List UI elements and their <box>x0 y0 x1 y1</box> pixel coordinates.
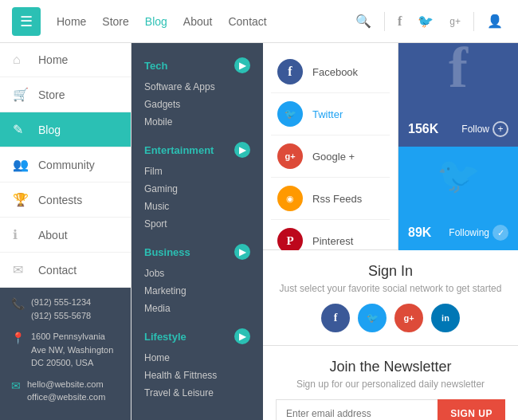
googleplus-icon[interactable]: g+ <box>446 13 464 30</box>
nav-icons: 🔍 f 🐦 g+ 👤 <box>352 10 506 32</box>
fb-counter-bottom: 156K Follow + <box>408 121 508 137</box>
tw-following[interactable]: Following ✓ <box>449 225 508 241</box>
main-layout: ⌂ Home 🛒 Store ✎ Blog 👥 Community 🏆 Cont… <box>0 43 518 420</box>
social-twitter[interactable]: 🐦 Twitter <box>271 93 390 135</box>
fb-count: 156K <box>408 122 438 136</box>
fb-follow-circle: + <box>492 121 508 137</box>
fb-name: Facebook <box>312 66 358 78</box>
tw-circle: 🐦 <box>277 101 303 127</box>
dropdown-tech: Tech ▶ Software & Apps Gadgets Mobile <box>131 49 263 131</box>
signin-linkedin[interactable]: in <box>431 304 460 332</box>
about-icon: ℹ <box>13 227 30 242</box>
sidebar-address: 📍 1600 Pennsylvania Ave NW, Washington D… <box>11 330 120 370</box>
sidebar-item-contact[interactable]: ✉ Contact <box>0 253 131 288</box>
phone1: (912) 555-1234 <box>31 296 91 309</box>
sidebar-store-label: Store <box>38 88 65 101</box>
sidebar-email: ✉ hello@website.com office@website.com <box>11 378 120 404</box>
lifestyle-arrow: ▶ <box>234 328 250 344</box>
signin-facebook[interactable]: f <box>321 304 350 332</box>
dropdown-lifestyle-title[interactable]: Lifestyle ▶ <box>131 320 263 349</box>
facebook-counter[interactable]: f 156K Follow + <box>398 43 518 147</box>
fb-follow[interactable]: Follow + <box>461 121 508 137</box>
dropdown-software[interactable]: Software & Apps <box>131 78 263 96</box>
contact-icon: ✉ <box>13 262 30 277</box>
dropdown-business: Business ▶ Jobs Marketing Media <box>131 236 263 317</box>
dropdown-film[interactable]: Film <box>131 163 263 180</box>
search-icon[interactable]: 🔍 <box>352 10 375 32</box>
sign-in-panel: Sign In Just select your favorite social… <box>263 250 518 346</box>
phone2: (912) 555-5678 <box>31 309 91 323</box>
gp-name: Google + <box>312 151 355 163</box>
dropdown-media[interactable]: Media <box>131 300 263 317</box>
newsletter-title: Join the Newsletter <box>276 359 505 375</box>
signup-button[interactable]: SIGN UP <box>438 399 505 420</box>
dropdown-business-title[interactable]: Business ▶ <box>131 236 263 265</box>
pi-name: Pinterest <box>312 235 353 247</box>
sidebar-item-community[interactable]: 👥 Community <box>0 147 131 183</box>
sidebar-item-store[interactable]: 🛒 Store <box>0 77 131 112</box>
email-icon: ✉ <box>11 379 21 392</box>
fb-counter-icon: f <box>449 43 468 96</box>
social-rss[interactable]: ◉ Rss Feeds <box>271 178 390 220</box>
sign-in-title: Sign In <box>276 263 505 280</box>
newsletter-subtitle: Sign up for our personalized daily newsl… <box>276 379 505 390</box>
contests-icon: 🏆 <box>13 192 30 207</box>
social-facebook[interactable]: f Facebook <box>271 51 390 93</box>
dropdown-jobs[interactable]: Jobs <box>131 265 263 282</box>
dropdown-gaming[interactable]: Gaming <box>131 180 263 198</box>
dropdown-entertainment: Entertainment ▶ Film Gaming Music Sport <box>131 134 263 233</box>
tw-counter-icon: 🐦 <box>437 155 481 196</box>
rss-name: Rss Feeds <box>312 193 362 205</box>
nav-about[interactable]: About <box>183 15 213 28</box>
dropdown-music[interactable]: Music <box>131 198 263 215</box>
hamburger-button[interactable]: ☰ <box>12 7 41 36</box>
dropdown-marketing[interactable]: Marketing <box>131 282 263 300</box>
right-panel: f Facebook 🐦 Twitter g+ Google + ◉ Rss F… <box>263 43 518 420</box>
business-arrow: ▶ <box>234 244 250 260</box>
dropdown-sport[interactable]: Sport <box>131 215 263 233</box>
left-sidebar: ⌂ Home 🛒 Store ✎ Blog 👥 Community 🏆 Cont… <box>0 43 131 420</box>
entertainment-arrow: ▶ <box>234 142 250 158</box>
community-icon: 👥 <box>13 157 30 172</box>
dropdown-entertainment-title[interactable]: Entertainment ▶ <box>131 134 263 163</box>
social-googleplus[interactable]: g+ Google + <box>271 135 390 178</box>
social-row: f Facebook 🐦 Twitter g+ Google + ◉ Rss F… <box>263 43 518 250</box>
dropdown-gadgets[interactable]: Gadgets <box>131 96 263 113</box>
sidebar-contact-label: Contact <box>38 264 77 277</box>
nav-contact[interactable]: Contact <box>228 15 266 28</box>
sidebar-contests-label: Contests <box>38 194 82 206</box>
top-nav: ☰ Home Store Blog About Contact 🔍 f 🐦 g+… <box>0 0 518 43</box>
user-icon[interactable]: 👤 <box>484 10 506 32</box>
blog-icon: ✎ <box>13 122 30 137</box>
phone-icon: 📞 <box>11 297 25 310</box>
sidebar-item-about[interactable]: ℹ About <box>0 218 131 253</box>
social-counters: f 156K Follow + 🐦 89K Following <box>398 43 518 250</box>
tw-check-circle: ✓ <box>492 225 508 241</box>
facebook-icon[interactable]: f <box>394 11 405 32</box>
nav-store[interactable]: Store <box>102 15 128 28</box>
fb-circle: f <box>277 59 303 84</box>
nav-blog[interactable]: Blog <box>145 15 167 28</box>
sign-in-subtitle: Just select your favorite social network… <box>276 283 505 294</box>
sidebar-item-home[interactable]: ⌂ Home <box>0 43 131 77</box>
home-icon: ⌂ <box>13 53 30 67</box>
twitter-icon[interactable]: 🐦 <box>414 10 437 32</box>
dropdown-mobile[interactable]: Mobile <box>131 113 263 131</box>
twitter-counter[interactable]: 🐦 89K Following ✓ <box>398 147 518 250</box>
signin-googleplus[interactable]: g+ <box>394 304 423 332</box>
email2: office@website.com <box>27 391 105 404</box>
sign-in-icons: f 🐦 g+ in <box>276 304 505 332</box>
signin-twitter[interactable]: 🐦 <box>358 304 387 332</box>
nav-home[interactable]: Home <box>57 15 86 28</box>
dropdown-health[interactable]: Health & Fittness <box>131 367 263 384</box>
dropdown-home[interactable]: Home <box>131 349 263 367</box>
sidebar-home-label: Home <box>38 53 68 66</box>
sidebar-item-contests[interactable]: 🏆 Contests <box>0 183 131 218</box>
dropdown-travel[interactable]: Travel & Leisure <box>131 384 263 402</box>
email-input[interactable] <box>276 399 438 420</box>
tw-following-label: Following <box>449 227 489 238</box>
dropdown-tech-title[interactable]: Tech ▶ <box>131 49 263 78</box>
sidebar-item-blog[interactable]: ✎ Blog <box>0 112 131 147</box>
fb-follow-label: Follow <box>461 124 489 135</box>
social-list-panel: f Facebook 🐦 Twitter g+ Google + ◉ Rss F… <box>263 43 398 250</box>
